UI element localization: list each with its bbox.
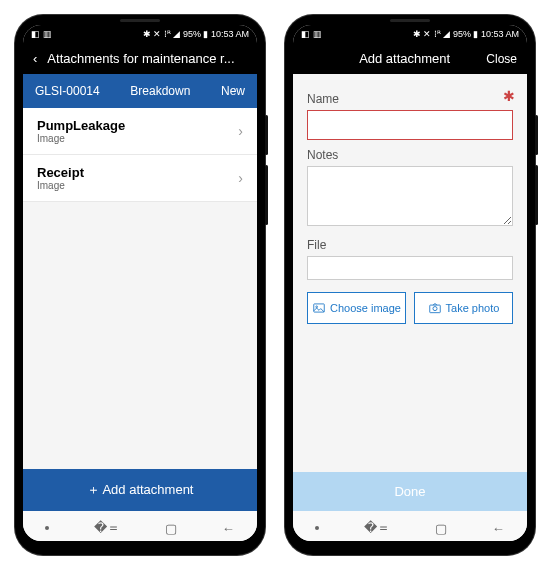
- item-name: PumpLeakage: [37, 118, 238, 133]
- file-label: File: [307, 238, 513, 252]
- name-label: Name: [307, 92, 513, 106]
- image-icon: [312, 301, 326, 315]
- camera-icon: [428, 301, 442, 315]
- status-bar: ◧ ▥ ✱ ✕ ⁞ᴿ ◢ 95% ▮ 10:53 AM: [23, 25, 257, 43]
- file-field[interactable]: [307, 256, 513, 280]
- plus-icon: ＋: [87, 482, 100, 497]
- status-right: ✱ ✕ ⁞ᴿ ◢ 95% ▮ 10:53 AM: [143, 29, 249, 39]
- list-item[interactable]: PumpLeakage Image ›: [23, 108, 257, 155]
- status-right: ✱ ✕ ⁞ᴿ ◢ 95% ▮ 10:53 AM: [413, 29, 519, 39]
- status-left: ◧ ▥: [31, 29, 52, 39]
- system-nav: �＝ ▢ ←: [293, 511, 527, 541]
- form-area: Name ✱ Notes File Choose image Take phot…: [293, 74, 527, 472]
- svg-point-3: [433, 307, 437, 311]
- done-label: Done: [394, 484, 425, 499]
- take-photo-button[interactable]: Take photo: [414, 292, 513, 324]
- screen-left: ◧ ▥ ✱ ✕ ⁞ᴿ ◢ 95% ▮ 10:53 AM ‹ Attachment…: [23, 25, 257, 541]
- home-button[interactable]: ▢: [165, 521, 177, 536]
- chevron-right-icon: ›: [238, 123, 243, 139]
- done-button[interactable]: Done: [293, 472, 527, 511]
- status-left: ◧ ▥: [301, 29, 322, 39]
- system-nav: �＝ ▢ ←: [23, 511, 257, 541]
- dot-icon: [45, 526, 49, 530]
- list-item[interactable]: Receipt Image ›: [23, 155, 257, 202]
- recent-apps-button[interactable]: �＝: [364, 519, 390, 537]
- name-field[interactable]: [307, 110, 513, 140]
- attachment-list: PumpLeakage Image › Receipt Image ›: [23, 108, 257, 469]
- close-button[interactable]: Close: [486, 52, 517, 66]
- app-header: ‹ Attachments for maintenance r...: [23, 43, 257, 74]
- item-name: Receipt: [37, 165, 238, 180]
- item-sub: Image: [37, 133, 238, 144]
- dot-icon: [315, 526, 319, 530]
- choose-label: Choose image: [330, 302, 401, 314]
- context-bar: GLSI-00014 Breakdown New: [23, 74, 257, 108]
- phone-left: ◧ ▥ ✱ ✕ ⁞ᴿ ◢ 95% ▮ 10:53 AM ‹ Attachment…: [15, 15, 265, 555]
- home-button[interactable]: ▢: [435, 521, 447, 536]
- recent-apps-button[interactable]: �＝: [94, 519, 120, 537]
- notes-label: Notes: [307, 148, 513, 162]
- context-type: Breakdown: [130, 84, 190, 98]
- context-id: GLSI-00014: [35, 84, 100, 98]
- choose-image-button[interactable]: Choose image: [307, 292, 406, 324]
- status-bar: ◧ ▥ ✱ ✕ ⁞ᴿ ◢ 95% ▮ 10:53 AM: [293, 25, 527, 43]
- required-icon: ✱: [503, 88, 515, 104]
- screen-right: ◧ ▥ ✱ ✕ ⁞ᴿ ◢ 95% ▮ 10:53 AM Add attachme…: [293, 25, 527, 541]
- back-button[interactable]: ←: [492, 521, 505, 536]
- add-button-label: Add attachment: [102, 482, 193, 497]
- app-header: Add attachment Close: [293, 43, 527, 74]
- item-sub: Image: [37, 180, 238, 191]
- add-attachment-button[interactable]: ＋ Add attachment: [23, 469, 257, 511]
- notes-field[interactable]: [307, 166, 513, 226]
- page-title: Add attachment: [303, 51, 476, 66]
- context-status: New: [221, 84, 245, 98]
- chevron-right-icon: ›: [238, 170, 243, 186]
- back-button[interactable]: ←: [222, 521, 235, 536]
- photo-label: Take photo: [446, 302, 500, 314]
- page-title: Attachments for maintenance r...: [47, 51, 247, 66]
- back-icon[interactable]: ‹: [33, 51, 37, 66]
- phone-right: ◧ ▥ ✱ ✕ ⁞ᴿ ◢ 95% ▮ 10:53 AM Add attachme…: [285, 15, 535, 555]
